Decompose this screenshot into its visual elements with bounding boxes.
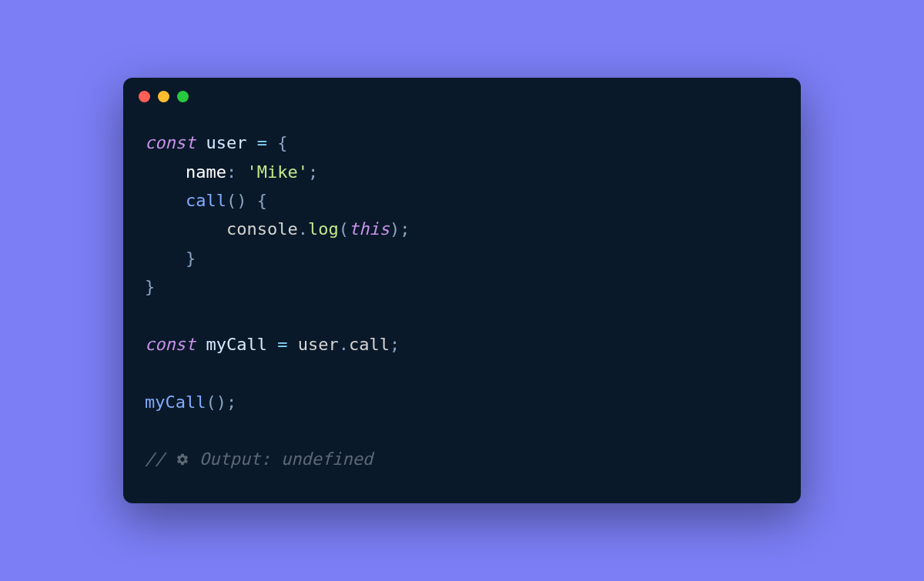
semicolon: ; bbox=[308, 162, 318, 182]
operator-equals: = bbox=[277, 335, 298, 354]
property-name: name bbox=[186, 162, 226, 182]
method-call: call bbox=[186, 191, 226, 210]
code-line: const myCall = user.call; bbox=[145, 330, 779, 359]
code-line: myCall(); bbox=[145, 388, 779, 416]
brace-open: { bbox=[257, 191, 267, 210]
identifier-mycall: myCall bbox=[196, 335, 277, 354]
colon: : bbox=[226, 162, 247, 182]
method-log: log bbox=[308, 219, 339, 239]
code-window: const user = { name: 'Mike'; call() { co… bbox=[123, 78, 801, 503]
dot: . bbox=[298, 219, 308, 239]
brace-close: } bbox=[145, 277, 155, 296]
maximize-button[interactable] bbox=[177, 91, 189, 102]
brace-close: } bbox=[186, 249, 196, 268]
semicolon: ; bbox=[390, 335, 400, 354]
code-line: console.log(this); bbox=[145, 215, 779, 243]
keyword-const: const bbox=[145, 335, 196, 354]
dot: . bbox=[339, 335, 349, 354]
code-line: call() { bbox=[145, 186, 779, 215]
minimize-button[interactable] bbox=[158, 91, 169, 102]
identifier-user: user bbox=[196, 133, 256, 152]
semicolon: ; bbox=[226, 392, 236, 412]
code-line-empty bbox=[145, 416, 779, 445]
code-line-empty bbox=[145, 359, 779, 387]
code-line: const user = { bbox=[145, 129, 779, 157]
object-console: console bbox=[226, 219, 298, 239]
paren-close: ) bbox=[390, 219, 400, 239]
code-editor[interactable]: const user = { name: 'Mike'; call() { co… bbox=[123, 115, 801, 503]
parens: () bbox=[206, 392, 226, 412]
code-line-empty bbox=[145, 302, 779, 330]
close-button[interactable] bbox=[139, 91, 150, 102]
keyword-this: this bbox=[349, 219, 390, 239]
code-line: // Output: undefined bbox=[145, 445, 779, 475]
gear-icon bbox=[176, 446, 189, 475]
function-call-mycall: myCall bbox=[145, 392, 206, 412]
keyword-const: const bbox=[145, 133, 196, 152]
code-line: } bbox=[145, 244, 779, 272]
comment-output: Output: undefined bbox=[189, 449, 373, 469]
comment-slashes: // bbox=[145, 449, 176, 469]
code-line: } bbox=[145, 272, 779, 301]
paren-open: ( bbox=[339, 219, 349, 239]
identifier-user: user bbox=[298, 335, 339, 354]
string-literal: 'Mike' bbox=[246, 162, 307, 182]
brace-open: { bbox=[277, 133, 287, 152]
code-line: name: 'Mike'; bbox=[145, 158, 779, 186]
property-call: call bbox=[349, 335, 390, 354]
operator-equals: = bbox=[257, 133, 278, 152]
window-titlebar bbox=[123, 78, 801, 115]
semicolon: ; bbox=[400, 219, 410, 239]
parens: () bbox=[226, 191, 257, 210]
